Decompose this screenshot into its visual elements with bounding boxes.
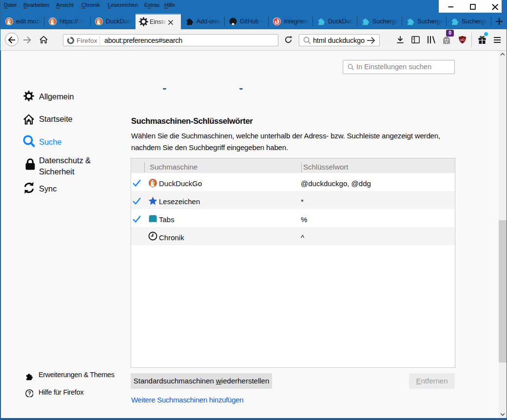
svg-text:uO: uO xyxy=(460,38,465,41)
svg-text:?: ? xyxy=(28,390,31,396)
